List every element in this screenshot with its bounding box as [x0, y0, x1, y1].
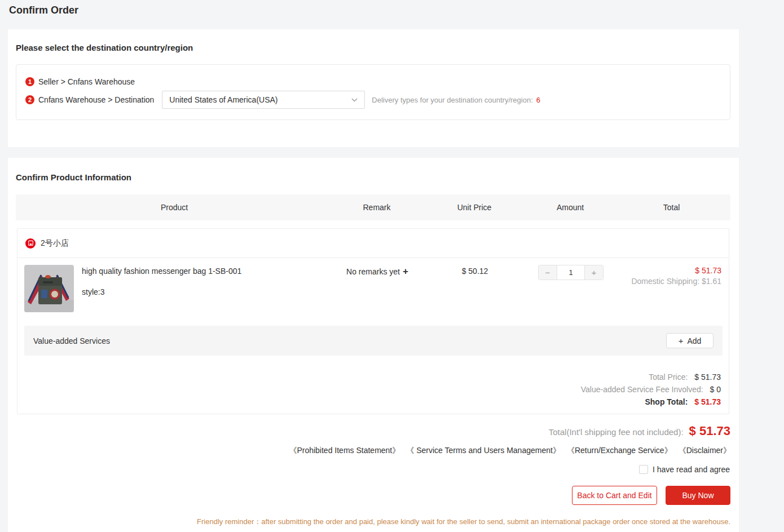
quantity-increase-button[interactable]: + [584, 265, 603, 280]
action-buttons: Back to Cart and Edit Buy Now [572, 486, 730, 505]
row-total-cell: $ 51.73 Domestic Shipping: $1.61 [631, 266, 721, 286]
row-total-value: $ 51.73 [631, 266, 721, 275]
country-select[interactable]: United States of America(USA) [162, 91, 365, 109]
col-header-unit-price: Unit Price [421, 203, 528, 212]
plus-icon: + [679, 336, 684, 345]
product-card: Confirm Product Information Product Rema… [8, 158, 739, 532]
back-to-cart-button[interactable]: Back to Cart and Edit [572, 486, 657, 505]
delivery-types-label: Delivery types for your destination coun… [372, 96, 532, 104]
country-select-value: United States of America(USA) [169, 95, 278, 104]
remark-cell: No remarks yet+ [333, 266, 421, 277]
link-disclaimer[interactable]: 《Disclaimer》 [679, 446, 731, 456]
product-heading: Confirm Product Information [16, 172, 131, 182]
link-return-exchange[interactable]: 《Return/Exchange Service》 [567, 446, 672, 456]
step-1-label: Seller > Cnfans Warehouse [38, 77, 135, 86]
destination-card: Please select the destination country/re… [8, 29, 739, 147]
step-1-badge-icon: 1 [25, 77, 34, 86]
product-image[interactable] [24, 265, 74, 312]
page-title: Confirm Order [9, 5, 78, 16]
buy-now-button[interactable]: Buy Now [666, 486, 730, 505]
total-price-value: $ 51.73 [694, 373, 721, 382]
quantity-value[interactable]: 1 [557, 265, 584, 280]
agree-row: I have read and agree [639, 465, 730, 474]
agree-label: I have read and agree [653, 465, 730, 474]
destination-heading: Please select the destination country/re… [16, 43, 193, 52]
step-2-label: Cnfans Warehouse > Destination [38, 95, 154, 104]
shop-icon [25, 238, 36, 249]
col-header-total: Total [613, 203, 730, 212]
quantity-decrease-button[interactable]: − [539, 265, 557, 280]
quantity-stepper: − 1 + [538, 265, 604, 280]
grand-total-label: Total(Int'l shipping fee not included): [549, 427, 684, 437]
col-header-amount: Amount [528, 203, 613, 212]
col-header-remark: Remark [333, 203, 421, 212]
domestic-shipping: Domestic Shipping: $1.61 [631, 277, 721, 286]
total-price-label: Total Price: [649, 373, 688, 382]
link-service-terms[interactable]: 《 Service Terms and Users Management》 [406, 446, 561, 456]
col-header-product: Product [16, 203, 333, 212]
agreement-links: 《Prohibited Items Statement》 《 Service T… [289, 446, 731, 456]
destination-box: 1 Seller > Cnfans Warehouse 2 Cnfans War… [16, 64, 730, 120]
add-remark-icon[interactable]: + [403, 266, 408, 277]
shop-group: 2号小店 high quality fashion messenger bag … [17, 228, 729, 414]
service-fee-value: $ 0 [710, 385, 721, 394]
grand-total: Total(Int'l shipping fee not included): … [549, 424, 730, 438]
grand-total-value: $ 51.73 [689, 424, 730, 438]
agree-checkbox[interactable] [639, 465, 648, 474]
shop-total-value: $ 51.73 [694, 397, 721, 406]
step-warehouse-to-destination: 2 Cnfans Warehouse > Destination United … [25, 91, 540, 109]
shop-totals: Total Price: $ 51.73 Value-added Service… [581, 373, 721, 410]
unit-price: $ 50.12 [421, 267, 528, 276]
product-row: high quality fashion messenger bag 1-SB-… [17, 258, 729, 326]
step-2-badge-icon: 2 [25, 95, 34, 104]
friendly-reminder: Friendly reminder：after submitting the o… [197, 517, 730, 527]
step-seller-to-warehouse: 1 Seller > Cnfans Warehouse [25, 77, 135, 87]
shop-total-label: Shop Total: [645, 397, 688, 406]
service-fee-line: Value-added Service Fee Involved: $ 0 [581, 385, 721, 394]
shop-name[interactable]: 2号小店 [41, 238, 69, 249]
chevron-down-icon [351, 98, 358, 102]
service-fee-label: Value-added Service Fee Involved: [581, 385, 703, 394]
table-header-row: Product Remark Unit Price Amount Total [16, 194, 730, 220]
value-added-services-row: Value-added Services + Add [24, 326, 723, 356]
link-prohibited-items[interactable]: 《Prohibited Items Statement》 [289, 446, 400, 456]
add-service-label: Add [687, 336, 701, 345]
product-variant: style:3 [82, 287, 104, 296]
shop-total-line: Shop Total: $ 51.73 [581, 397, 721, 406]
shop-header-row: 2号小店 [17, 229, 729, 258]
add-service-button[interactable]: + Add [666, 333, 713, 348]
value-added-services-label: Value-added Services [33, 336, 110, 345]
delivery-types-count: 6 [536, 96, 540, 104]
total-price-line: Total Price: $ 51.73 [581, 373, 721, 382]
product-title[interactable]: high quality fashion messenger bag 1-SB-… [82, 267, 241, 276]
remark-text: No remarks yet [346, 267, 400, 276]
